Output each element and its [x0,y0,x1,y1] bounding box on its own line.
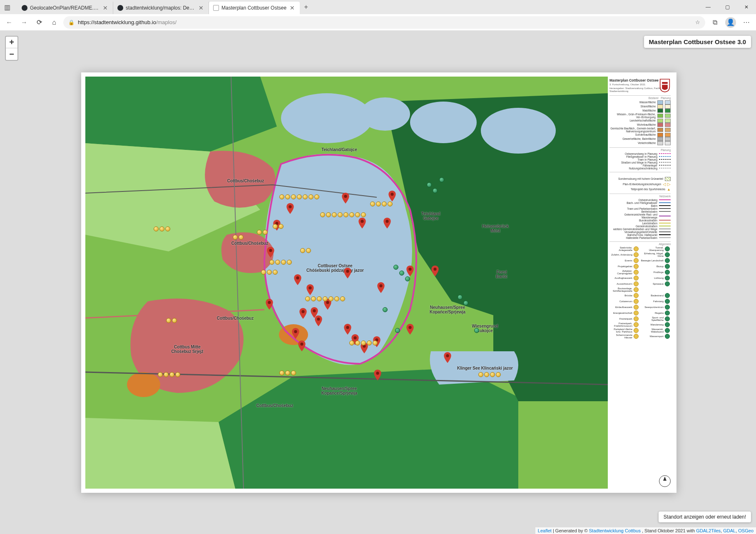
poi-icon[interactable] [233,235,238,240]
map-marker-icon[interactable] [388,191,396,201]
map-marker-icon[interactable] [383,218,391,229]
window-close[interactable]: ✕ [737,0,756,14]
tab-close-icon[interactable]: ✕ [198,5,204,11]
gdal2tiles-link[interactable]: GDAL2Tiles [696,528,721,533]
map-marker-icon[interactable] [444,352,451,363]
browser-tab[interactable]: stadtentwicklung/maplos: Dem… ✕ [113,2,209,14]
home-button[interactable]: ⌂ [48,17,60,28]
poi-icon[interactable] [279,370,284,375]
masterplan-image[interactable]: Teichland/GatojceCottbus/ChośebuzTeichla… [81,72,676,493]
poi-icon[interactable] [291,370,296,375]
map-marker-icon[interactable] [315,315,322,326]
poi-icon[interactable] [382,201,387,206]
poi-icon[interactable] [166,318,171,323]
poi-icon[interactable] [332,212,337,217]
poi-icon[interactable] [263,230,268,235]
poi-icon[interactable] [361,340,366,345]
window-minimize[interactable]: — [699,0,718,14]
poi-green-icon[interactable] [458,295,463,300]
poi-icon[interactable] [326,212,331,217]
map-marker-icon[interactable] [266,299,273,310]
poi-icon[interactable] [349,212,354,217]
poi-icon[interactable] [169,372,174,377]
poi-icon[interactable] [285,194,290,199]
poi-green-icon[interactable] [399,271,404,276]
map-marker-icon[interactable] [267,247,274,258]
poi-icon[interactable] [311,296,316,301]
poi-icon[interactable] [279,194,284,199]
poi-icon[interactable] [320,212,325,217]
poi-icon[interactable] [306,248,311,253]
poi-icon[interactable] [478,372,483,377]
poi-icon[interactable] [388,201,393,206]
collections-button[interactable]: ⧉ [709,16,721,29]
poi-icon[interactable] [367,340,372,345]
poi-icon[interactable] [305,296,310,301]
poi-icon[interactable] [308,194,313,199]
poi-green-icon[interactable] [383,307,388,312]
poi-icon[interactable] [158,372,163,377]
reload-button[interactable]: ⟳ [33,17,45,28]
address-bar[interactable]: 🔒 https://stadtentwicklung.github.io/map… [63,16,705,29]
tab-actions-button[interactable]: ▥ [0,0,14,14]
poi-icon[interactable] [175,372,180,377]
poi-icon[interactable] [343,212,348,217]
tab-close-icon[interactable]: ✕ [102,5,109,11]
map-marker-icon[interactable] [406,324,414,335]
poi-icon[interactable] [334,296,339,301]
map-marker-icon[interactable] [286,203,294,214]
poi-green-icon[interactable] [395,328,400,333]
poi-icon[interactable] [287,260,292,265]
browser-tab[interactable]: GeolocateOnPlan/README.md a ✕ [17,2,113,14]
profile-button[interactable]: 👤 [724,16,737,29]
poi-green-icon[interactable] [439,177,444,182]
poi-icon[interactable] [285,370,290,375]
map-marker-icon[interactable] [358,218,366,229]
poi-icon[interactable] [338,212,343,217]
map-marker-icon[interactable] [377,282,385,293]
poi-icon[interactable] [269,260,274,265]
zoom-in-button[interactable]: + [6,37,17,48]
poi-green-icon[interactable] [433,188,438,193]
poi-icon[interactable] [273,224,278,229]
poi-icon[interactable] [314,194,319,199]
poi-icon[interactable] [164,372,169,377]
poi-icon[interactable] [376,201,381,206]
map-marker-icon[interactable] [342,193,349,204]
window-maximize[interactable]: ▢ [718,0,737,14]
stadtentwicklung-link[interactable]: Stadtentwicklung Cottbus [589,528,641,533]
poi-icon[interactable] [349,340,354,345]
poi-icon[interactable] [159,226,164,231]
map-marker-icon[interactable] [292,328,299,339]
poi-icon[interactable] [361,212,366,217]
poi-icon[interactable] [496,372,501,377]
poi-green-icon[interactable] [463,301,468,305]
map-marker-icon[interactable] [374,370,381,380]
map-marker-icon[interactable] [299,308,307,319]
map-marker-icon[interactable] [298,340,306,351]
poi-green-icon[interactable] [427,182,432,187]
poi-icon[interactable] [154,226,159,231]
poi-icon[interactable] [281,260,286,265]
tab-close-icon[interactable]: ✕ [289,5,296,11]
gdal-link[interactable]: GDAL [723,528,736,533]
poi-green-icon[interactable] [405,276,410,281]
zoom-out-button[interactable]: − [6,48,17,60]
map-marker-icon[interactable] [306,284,314,295]
map-marker-icon[interactable] [344,324,351,335]
poi-icon[interactable] [355,212,360,217]
poi-icon[interactable] [303,194,308,199]
poi-icon[interactable] [267,270,272,275]
map-marker-icon[interactable] [344,268,351,278]
osgeo-link[interactable]: OSGeo [738,528,754,533]
favorite-icon[interactable]: ☆ [695,19,700,25]
poi-icon[interactable] [291,194,296,199]
browser-tab[interactable]: Masterplan Cottbuser Ostsee ✕ [209,2,300,14]
map-marker-icon[interactable] [294,274,301,285]
poi-icon[interactable] [172,318,177,323]
poi-icon[interactable] [484,372,489,377]
poi-icon[interactable] [273,270,278,275]
poi-icon[interactable] [317,296,322,301]
poi-icon[interactable] [323,296,328,301]
map-marker-icon[interactable] [431,266,439,276]
